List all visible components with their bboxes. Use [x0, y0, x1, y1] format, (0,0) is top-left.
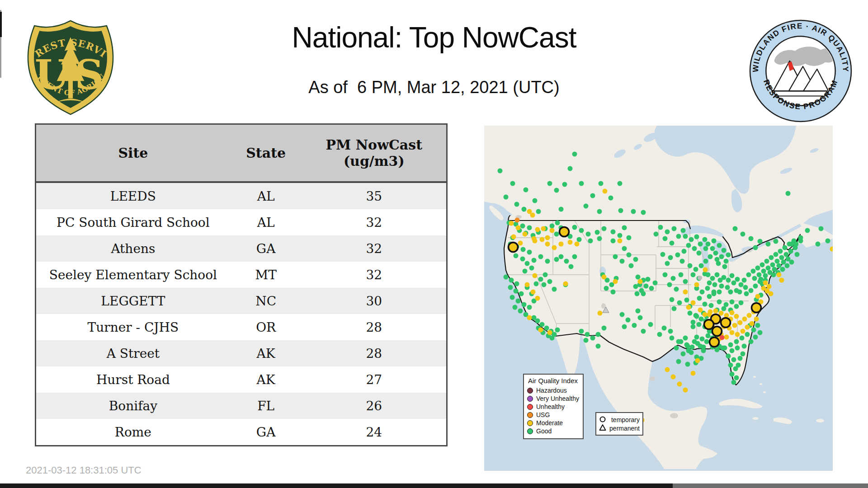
monitor-dot-good: [735, 277, 740, 282]
monitor-dot-good: [524, 188, 528, 192]
bottom-bar: [0, 483, 673, 488]
monitor-dot-moderate: [742, 317, 747, 322]
monitor-dot-good: [744, 291, 749, 296]
state-cell: OR: [230, 314, 302, 340]
site-cell: LEEDS: [36, 182, 230, 209]
monitor-dot-moderate: [527, 315, 532, 320]
site-cell: LEGGETT: [36, 288, 230, 314]
monitor-dot-good: [679, 272, 684, 277]
monitor-dot-good: [540, 322, 545, 327]
aqi-legend-label: USG: [536, 411, 550, 418]
monitor-dot-good: [819, 226, 824, 231]
monitor-dot-good: [559, 207, 564, 212]
monitor-dot-good: [738, 356, 743, 361]
monitor-dot-good: [514, 253, 519, 258]
monitor-dot-good: [766, 242, 771, 247]
monitor-dot-good: [688, 311, 693, 316]
monitor-dot-good: [740, 336, 745, 341]
monitor-dot-good: [722, 306, 726, 311]
monitor-dot-good: [602, 326, 607, 331]
aqi-legend-label: Good: [536, 427, 552, 435]
monitor-dot-good: [688, 263, 693, 268]
monitor-dot-good: [633, 284, 638, 289]
monitor-dot-good: [784, 252, 789, 257]
monitor-dot-good: [527, 305, 532, 310]
legend-item-permanent: permanent: [599, 424, 640, 432]
wfaqrp-logo: WILDLAND FIRE · AIR QUALITY RESPONSE PRO…: [748, 18, 854, 124]
monitor-dot-good: [620, 259, 625, 264]
table-row: LEEDSAL35: [36, 182, 447, 209]
monitor-dot-good: [522, 207, 527, 212]
value-cell: 27: [302, 366, 447, 393]
aqi-legend-item: Moderate: [527, 419, 580, 427]
monitor-dot-good: [691, 320, 696, 325]
monitor-dot-moderate: [738, 320, 743, 325]
monitor-dot-good: [527, 225, 532, 230]
monitor-dot-good: [663, 236, 668, 241]
monitor-dot-good: [514, 289, 519, 294]
monitor-dot-good: [577, 237, 582, 242]
aqi-legend-item: Good: [527, 427, 580, 435]
monitor-dot-good: [550, 336, 555, 341]
monitor-dot-good: [757, 272, 762, 277]
legend-label-permanent: permanent: [609, 425, 640, 432]
monitor-dot-good: [618, 233, 623, 238]
monitor-dot-good: [554, 232, 559, 237]
monitor-dot-good: [635, 291, 640, 296]
monitor-dot-good: [700, 337, 705, 342]
table-row: Seeley Elementary SchoolMT32: [36, 262, 447, 288]
legend-item-temporary: temporary: [599, 415, 640, 424]
monitor-dot-good: [671, 276, 676, 281]
monitor-dot-good: [735, 346, 740, 351]
table-row: BonifayFL26: [36, 393, 447, 419]
state-cell: AK: [230, 340, 302, 366]
monitor-dot-moderate: [563, 282, 568, 286]
monitor-dot-good: [584, 338, 589, 343]
monitor-dot-good: [667, 282, 672, 287]
monitor-dot-good: [545, 259, 550, 264]
monitor-dot-good: [774, 252, 778, 257]
state-cell: AL: [230, 209, 302, 235]
value-cell: 28: [302, 340, 447, 366]
monitor-dot-moderate: [638, 279, 643, 284]
monitor-dot-good: [749, 236, 754, 241]
monitor-dot-good: [627, 235, 632, 240]
monitor-dot-good: [670, 241, 675, 246]
monitor-dot-good: [728, 290, 733, 295]
monitor-dot-good: [686, 348, 691, 353]
monitor-dot-moderate: [713, 309, 718, 314]
monitor-dot-good: [755, 266, 760, 271]
monitor-dot-moderate: [763, 281, 768, 286]
monitor-dot-good: [701, 345, 706, 350]
monitor-dot-good: [683, 336, 688, 341]
aqi-legend-label: Very Unhealthy: [536, 395, 579, 402]
monitor-dot-good: [513, 305, 518, 310]
monitor-dot-good: [683, 279, 688, 284]
monitor-dot-good: [572, 225, 577, 230]
monitor-dot-good: [674, 346, 679, 351]
monitor-dot-good: [698, 242, 703, 247]
monitor-dot-good: [722, 248, 726, 253]
monitor-dot-good: [743, 285, 748, 290]
monitor-dot-good: [692, 246, 697, 251]
monitor-dot-good: [572, 152, 577, 157]
monitor-dot-moderate: [618, 239, 623, 244]
monitor-dot-good: [736, 363, 741, 368]
monitor-dot-good: [713, 251, 718, 256]
monitor-dot-moderate: [552, 245, 557, 250]
monitor-dot-good: [674, 287, 679, 292]
monitor-dot-good: [717, 243, 722, 248]
monitor-dot-good: [734, 304, 739, 309]
monitor-dot-good: [787, 242, 792, 247]
monitor-dot-good: [721, 346, 726, 351]
monitor-dot-good: [657, 332, 662, 337]
monitor-dot-moderate: [545, 235, 550, 240]
monitor-dot-good: [783, 245, 788, 250]
monitor-dot-good: [749, 288, 754, 293]
monitor-dot-good: [644, 284, 649, 289]
table-row: LEGGETTNC30: [36, 288, 447, 314]
monitor-dot-good: [611, 290, 616, 295]
site-cell: Hurst Road: [36, 366, 230, 393]
monitor-dot-good: [739, 282, 744, 287]
monitor-dot-good: [596, 332, 601, 337]
